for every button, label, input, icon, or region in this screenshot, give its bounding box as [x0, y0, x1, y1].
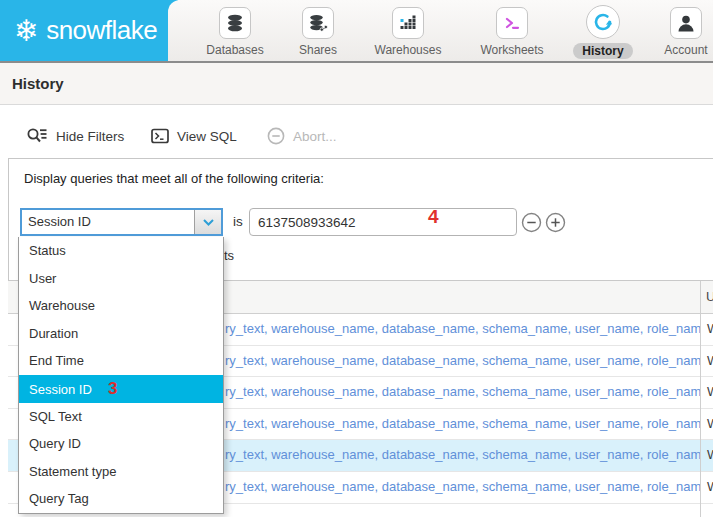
- databases-icon[interactable]: [219, 7, 251, 39]
- menu-item-sql-text[interactable]: SQL Text: [19, 403, 223, 431]
- filter-field-select[interactable]: Session ID: [20, 208, 223, 236]
- snowflake-console: ❄ snowflake Databases: [0, 0, 713, 517]
- filter-operator-label: is: [233, 214, 243, 229]
- hide-filters-button[interactable]: Hide Filters: [26, 125, 124, 147]
- menu-item-user[interactable]: User: [19, 265, 223, 293]
- statements-count-partial-text: ts: [224, 248, 234, 263]
- add-filter-button[interactable]: [545, 212, 566, 233]
- menu-item-warehouse[interactable]: Warehouse: [19, 292, 223, 320]
- warehouses-icon[interactable]: [392, 7, 424, 39]
- filter-field-select-value: Session ID: [28, 210, 91, 234]
- menu-item-session-id[interactable]: Session ID3: [19, 375, 223, 403]
- menu-item-status[interactable]: Status: [19, 237, 223, 265]
- section-header: History: [0, 63, 713, 105]
- user-cell: W: [700, 440, 713, 472]
- nav-item-shares[interactable]: Shares: [278, 7, 358, 57]
- shares-icon[interactable]: [302, 7, 334, 39]
- menu-item-duration[interactable]: Duration: [19, 320, 223, 348]
- hide-filters-label: Hide Filters: [56, 129, 124, 144]
- nav-label-worksheets: Worksheets: [480, 43, 543, 57]
- brand-wordmark: snowflake: [46, 15, 157, 46]
- page-title: History: [12, 75, 64, 92]
- account-icon[interactable]: [670, 7, 702, 39]
- nav-item-warehouses[interactable]: Warehouses: [368, 7, 448, 57]
- nav-underline: [0, 61, 713, 63]
- menu-item-end-time[interactable]: End Time: [19, 347, 223, 375]
- filter-search-icon: [26, 126, 49, 146]
- filter-value-input[interactable]: [249, 208, 517, 236]
- brand-logo[interactable]: ❄ snowflake: [14, 0, 157, 61]
- abort-button: Abort...: [266, 125, 337, 147]
- menu-item-query-id[interactable]: Query ID: [19, 430, 223, 458]
- annotation-number-4: 4: [428, 206, 439, 228]
- worksheets-icon[interactable]: [496, 7, 528, 39]
- annotation-number-3: 3: [108, 379, 117, 398]
- user-cell: W: [700, 472, 713, 504]
- menu-item-session-id-label: Session ID: [29, 382, 92, 397]
- nav-label-databases: Databases: [206, 43, 263, 57]
- user-cell: W: [700, 346, 713, 378]
- nav-label-history: History: [573, 43, 632, 59]
- user-cell: W: [700, 314, 713, 346]
- nav-label-shares: Shares: [299, 43, 337, 57]
- nav-item-databases[interactable]: Databases: [195, 7, 275, 57]
- nav-item-history[interactable]: History: [563, 5, 643, 59]
- menu-item-query-tag[interactable]: Query Tag: [19, 485, 223, 513]
- abort-label: Abort...: [293, 129, 337, 144]
- chevron-down-icon[interactable]: [194, 210, 221, 234]
- snowflake-logo-icon: ❄: [14, 16, 39, 46]
- view-sql-label: View SQL: [177, 129, 237, 144]
- nav-label-warehouses: Warehouses: [375, 43, 442, 57]
- filter-criteria-label: Display queries that meet all of the fol…: [24, 171, 324, 186]
- circle-minus-icon: [266, 126, 286, 146]
- user-cell: W: [700, 409, 713, 441]
- nav-item-worksheets[interactable]: Worksheets: [472, 7, 552, 57]
- remove-filter-button[interactable]: [521, 212, 542, 233]
- view-sql-button[interactable]: View SQL: [150, 125, 237, 147]
- nav-label-account: Account: [664, 43, 707, 57]
- user-cell: [700, 504, 713, 517]
- terminal-icon: [150, 126, 170, 146]
- column-divider: [700, 281, 701, 313]
- history-icon[interactable]: [586, 5, 620, 39]
- user-cell: W: [700, 377, 713, 409]
- filter-field-dropdown-menu: Status User Warehouse Duration End Time …: [18, 237, 224, 514]
- column-header-user: U: [706, 281, 713, 313]
- menu-item-statement-type[interactable]: Statement type: [19, 458, 223, 486]
- nav-item-account[interactable]: Account: [648, 7, 713, 57]
- top-navigation-bar: ❄ snowflake Databases: [0, 0, 713, 63]
